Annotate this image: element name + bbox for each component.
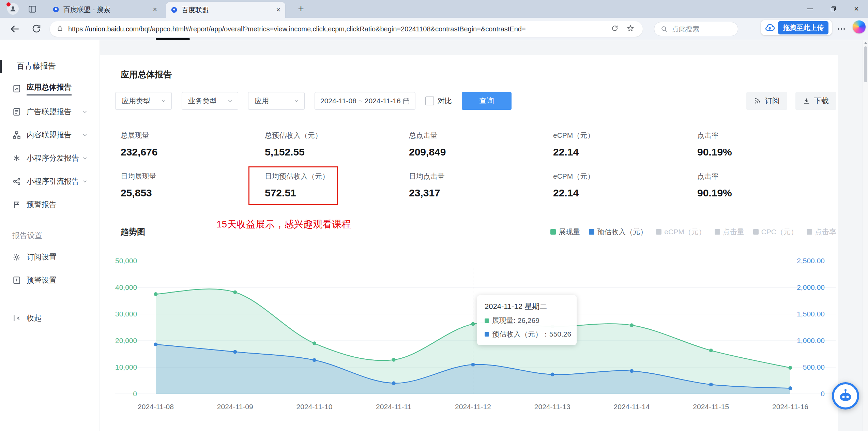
close-button[interactable]: × <box>845 0 868 18</box>
app-type-select[interactable]: 应用类型 <box>115 92 172 110</box>
legend-item-5[interactable]: 点击率 <box>807 227 836 237</box>
tab-baidu-union[interactable]: 百度联盟 × <box>166 2 285 18</box>
chart-tooltip: 2024-11-12 星期二 展现量: 26,269预估收入（元）：550.26 <box>477 295 577 345</box>
stat-ecpm: eCPM（元） 22.14 <box>553 131 697 159</box>
assistant-widget[interactable] <box>832 382 859 410</box>
back-icon[interactable] <box>10 24 20 34</box>
search-icon <box>660 25 668 33</box>
trend-title: 趋势图 <box>121 226 145 237</box>
legend-swatch <box>589 229 594 235</box>
scroll-up-icon[interactable] <box>864 42 867 44</box>
tab-favicon <box>52 6 59 13</box>
person-icon <box>9 5 17 13</box>
browser-search-box[interactable]: 点此搜索 <box>654 22 738 36</box>
stats-row-daily: 日均展现量 25,853 日均预估收入（元） 572.51 日均点击量 23,3… <box>121 172 836 200</box>
x-axis-label: 2024-11-10 <box>291 403 338 411</box>
tab-close-icon[interactable]: × <box>153 6 157 13</box>
checkbox-icon[interactable] <box>425 96 434 105</box>
tab-baidu-search[interactable]: 百度联盟 - 搜索 × <box>48 3 162 16</box>
tab-favicon <box>171 6 178 13</box>
query-button[interactable]: 查询 <box>462 92 512 110</box>
legend-swatch <box>753 229 759 235</box>
x-axis-label: 2024-11-16 <box>766 403 814 411</box>
sidebar: 百青藤报告 应用总体报告 广告联盟报告 内容联盟报告 小程序分发报告 <box>0 40 100 431</box>
tab-strip: 百度联盟 - 搜索 × 百度联盟 × + × <box>0 0 868 18</box>
stat-total-clicks: 总点击量 209,849 <box>409 131 553 159</box>
legend-item-2[interactable]: eCPM（元） <box>656 227 705 237</box>
ad-report-icon <box>12 107 21 116</box>
business-type-select[interactable]: 业务类型 <box>182 92 238 110</box>
sidebar-item-miniapp-distribution-report[interactable]: 小程序分发报告 <box>0 147 100 170</box>
x-axis-label: 2024-11-11 <box>370 403 417 411</box>
date-range-picker[interactable]: 2024-11-08 ~ 2024-11-16 <box>315 92 415 110</box>
x-axis-label: 2024-11-08 <box>132 403 180 411</box>
download-button[interactable]: 下载 <box>795 92 836 110</box>
tab-close-icon[interactable]: × <box>276 6 280 14</box>
upload-button[interactable]: 拖拽至此上传 <box>778 21 828 34</box>
y-axis-tick: 0 <box>784 389 825 399</box>
chevron-down-icon <box>82 155 88 161</box>
subscribe-button[interactable]: 订阅 <box>746 92 787 110</box>
tooltip-date: 2024-11-12 星期二 <box>485 301 569 312</box>
x-axis-label: 2024-11-12 <box>449 403 497 411</box>
workspace-icon[interactable] <box>27 4 37 14</box>
legend-item-4[interactable]: CPC（元） <box>753 227 798 237</box>
tooltip-row: 预估收入（元）：550.26 <box>485 329 569 339</box>
minimize-button[interactable] <box>798 0 822 18</box>
tree-icon <box>12 131 21 139</box>
restore-button[interactable] <box>822 0 845 18</box>
profile-avatar[interactable] <box>7 3 19 15</box>
refresh-icon[interactable] <box>31 24 42 34</box>
minimize-icon <box>807 9 813 9</box>
more-menu-icon[interactable] <box>837 24 846 35</box>
y-axis-tick: 1,500.00 <box>784 309 825 319</box>
chevron-down-icon <box>82 178 88 184</box>
new-tab-button[interactable]: + <box>295 4 307 14</box>
gear-icon <box>12 253 21 262</box>
app-select[interactable]: 应用 <box>248 92 305 110</box>
translate-icon[interactable] <box>611 24 619 34</box>
lock-icon <box>57 25 63 33</box>
address-bar[interactable]: https://union.baidu.com/bqt/appco.html#/… <box>50 21 643 37</box>
scrollbar-thumb[interactable] <box>864 46 867 82</box>
report-panel: 应用总体报告 应用类型 业务类型 应用 2024-11-08 ~ 2024-11… <box>100 55 838 431</box>
calendar-icon <box>402 97 410 105</box>
browser-toolbar: https://union.baidu.com/bqt/appco.html#/… <box>0 18 868 40</box>
y-axis-tick: 30,000 <box>115 309 137 319</box>
sidebar-item-alert-report[interactable]: 预警报告 <box>0 193 100 216</box>
sidebar-item-app-overall-report[interactable]: 应用总体报告 <box>0 77 100 100</box>
chart-plot[interactable] <box>115 261 836 394</box>
compare-checkbox[interactable]: 对比 <box>425 96 452 106</box>
share-nodes-icon <box>12 177 21 186</box>
stat-ctr: 点击率 90.19% <box>697 131 836 159</box>
trend-chart: 2024-11-12 星期二 展现量: 26,269预估收入（元）：550.26… <box>115 246 836 417</box>
chevron-down-icon <box>293 98 300 104</box>
chevron-down-icon <box>82 132 88 138</box>
sidebar-item-content-union-report[interactable]: 内容联盟报告 <box>0 123 100 147</box>
stat-total-impressions: 总展现量 232,676 <box>121 131 265 159</box>
sidebar-settings-section-title: 报告设置 <box>0 231 100 241</box>
y-axis-tick: 0 <box>115 389 137 399</box>
copilot-icon[interactable] <box>853 20 866 33</box>
x-axis-label: 2024-11-15 <box>687 403 735 411</box>
sidebar-collapse-button[interactable]: 收起 <box>0 307 100 330</box>
page-title: 应用总体报告 <box>121 68 836 80</box>
legend-item-1[interactable]: 预估收入（元） <box>589 227 647 237</box>
x-axis-label: 2024-11-09 <box>211 403 259 411</box>
legend-item-3[interactable]: 点击量 <box>715 227 744 237</box>
sidebar-item-subscribe-settings[interactable]: 订阅设置 <box>0 246 100 269</box>
upload-drop-widget[interactable]: 拖拽至此上传 <box>761 20 832 35</box>
legend-item-0[interactable]: 展现量 <box>550 227 580 237</box>
collapse-icon <box>12 314 21 323</box>
favorite-star-icon[interactable] <box>626 24 635 34</box>
x-axis-label: 2024-11-14 <box>608 403 656 411</box>
sidebar-accent-bar <box>0 60 2 73</box>
content-area: 应用总体报告 应用类型 业务类型 应用 2024-11-08 ~ 2024-11… <box>100 40 863 431</box>
sidebar-item-alert-settings[interactable]: 预警设置 <box>0 269 100 292</box>
tooltip-swatch <box>485 332 489 337</box>
sidebar-item-miniapp-traffic-report[interactable]: 小程序引流报告 <box>0 170 100 193</box>
page-scrollbar[interactable] <box>863 40 868 431</box>
tab-title: 百度联盟 <box>182 5 273 15</box>
sidebar-item-ad-union-report[interactable]: 广告联盟报告 <box>0 100 100 123</box>
filter-bar: 应用类型 业务类型 应用 2024-11-08 ~ 2024-11-16 <box>115 92 836 110</box>
